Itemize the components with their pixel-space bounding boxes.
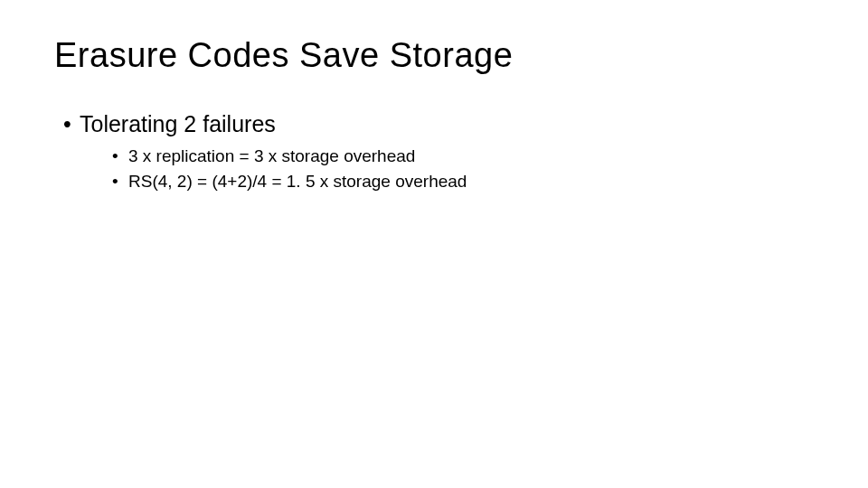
sub-bullet-text: 3 x replication = 3 x storage overhead [128,146,415,165]
bullet-level2-item: RS(4, 2) = (4+2)/4 = 1. 5 x storage over… [112,172,814,192]
sub-bullet-text: RS(4, 2) = (4+2)/4 = 1. 5 x storage over… [128,172,467,191]
bullet-level1-item: Tolerating 2 failures 3 x replication = … [63,111,814,192]
sub-bullet-list: 3 x replication = 3 x storage overhead R… [80,146,814,192]
bullet-list: Tolerating 2 failures 3 x replication = … [54,111,814,192]
bullet-text: Tolerating 2 failures [80,111,276,136]
bullet-level2-item: 3 x replication = 3 x storage overhead [112,146,814,166]
slide-title: Erasure Codes Save Storage [54,36,814,75]
